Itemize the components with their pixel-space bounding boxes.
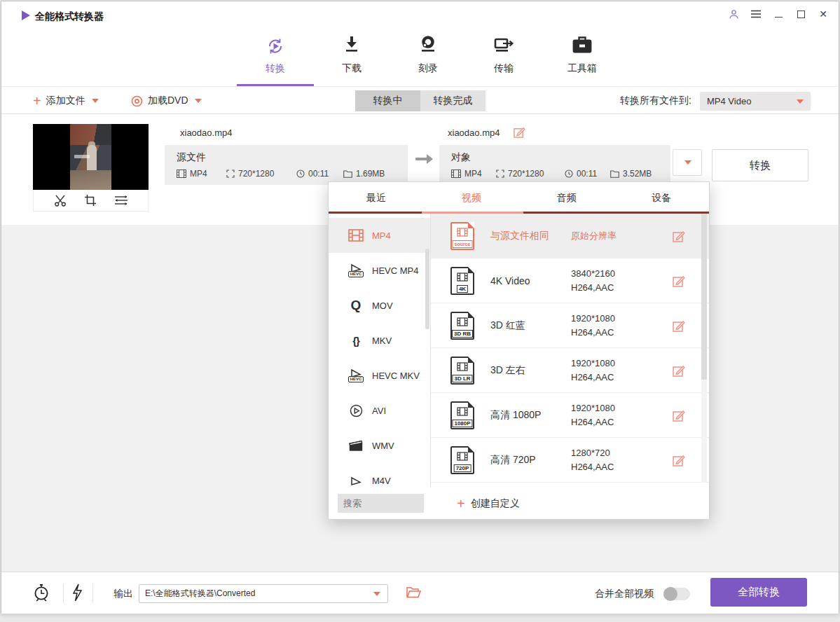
convert-icon [264,35,287,57]
convert-all-button[interactable]: 全部转换 [710,578,807,607]
tab-transfer[interactable]: 传输 [472,35,535,75]
crop-icon[interactable] [84,194,97,207]
output-path-dropdown[interactable] [139,584,388,603]
popup-tab-recent[interactable]: 最近 [329,182,424,214]
maximize-icon[interactable] [795,8,806,20]
preset-specs: 1920*1080H264,AAC [571,401,659,429]
add-file-button[interactable]: + 添加文件 [33,92,99,109]
app-logo-icon [20,10,32,21]
app-title: 全能格式转换器 [35,11,104,23]
app-window: 全能格式转换器 ✕ 转换 [1,1,839,614]
format-item-mkv[interactable]: {} MKV [329,323,430,358]
load-dvd-button[interactable]: 加载DVD [131,92,202,109]
source-file-icon: source [450,222,474,250]
format-item-wmv[interactable]: WMV [329,428,430,463]
effects-settings-icon[interactable] [113,195,129,206]
play-circle-icon [347,404,365,417]
hevc-play-icon: HEVC [347,263,365,277]
convert-button[interactable]: 转换 [712,149,808,181]
search-input[interactable] [338,494,424,513]
clapperboard-icon [347,440,365,452]
target-info-panel: 对象 MP4 720*1280 00:11 3.52MB [439,145,670,185]
main-nav: 转换 下载 刻录 传输 工具箱 [1,29,839,87]
chevron-down-icon [373,592,380,596]
preset-edit-icon[interactable] [673,275,685,287]
preset-row-3d-lr[interactable]: 3D LR 3D 左右 1920*1080H264,AAC [431,348,709,393]
convert-all-to-label: 转换所有文件到: [620,95,691,107]
tab-convert[interactable]: 转换 [244,35,307,75]
tab-download[interactable]: 下载 [320,35,383,75]
convert-all-to-value: MP4 Video [707,96,751,106]
format-item-hevc-mkv[interactable]: HEVC HEVC MKV [329,358,430,393]
open-folder-icon[interactable] [406,586,421,598]
plus-icon: + [457,497,465,511]
preset-row-720p[interactable]: 720P 高清 720P 1280*720H264,AAC [431,438,709,483]
format-item-avi[interactable]: AVI [329,393,430,428]
preset-name: 与源文件相同 [490,230,571,242]
hevc-play-icon: HEVC [347,368,365,382]
schedule-clock-icon[interactable] [32,583,50,602]
popup-tab-device[interactable]: 设备 [614,182,709,214]
preset-file-icon: 3D LR [450,357,474,385]
active-tab-underline [237,84,314,86]
preset-file-icon: 3D RB [450,312,474,340]
add-file-label: 添加文件 [46,95,85,107]
format-list-scrollbar[interactable] [425,249,429,329]
trim-scissors-icon[interactable] [53,195,67,207]
tab-toolbox-label: 工具箱 [567,62,597,75]
preset-edit-icon[interactable] [673,454,685,466]
tab-burn-label: 刻录 [418,62,438,75]
preset-row-4k[interactable]: 4K 4K Video 3840*2160H264,AAC [431,258,709,303]
tab-converting[interactable]: 转换中 [355,90,420,111]
format-item-m4v[interactable]: M4V [329,463,430,488]
play-outline-icon [347,476,365,485]
format-item-mov[interactable]: Q MOV [329,288,430,323]
merge-all-label: 合并全部视频 [595,588,654,600]
format-item-mp4[interactable]: MP4 [329,218,430,253]
preset-edit-icon[interactable] [673,319,685,332]
load-dvd-label: 加载DVD [148,95,188,107]
plus-icon: + [33,94,41,108]
matroska-icon: {} [347,335,365,347]
output-path-input[interactable] [139,589,372,599]
video-thumbnail[interactable] [33,124,149,212]
popup-tab-video[interactable]: 视频 [424,182,519,214]
preset-row-3d-rb[interactable]: 3D RB 3D 红蓝 1920*1080H264,AAC [431,303,709,348]
source-format: MP4 [177,169,226,179]
convert-all-to-dropdown[interactable]: MP4 Video [700,92,811,111]
tab-toolbox[interactable]: 工具箱 [551,35,614,75]
toolbox-icon [572,35,593,57]
toolbar: + 添加文件 加载DVD 转换中 转换完成 转换所有文件到: MP4 Video [1,87,839,114]
preset-edit-icon[interactable] [673,409,685,422]
create-custom-button[interactable]: + 创建自定义 [457,488,520,520]
folder-icon [343,170,352,178]
minimize-icon[interactable] [773,8,784,20]
tab-burn[interactable]: 刻录 [397,35,460,75]
arrow-right-icon [415,154,433,164]
account-icon[interactable] [728,8,739,20]
preset-row-1080p[interactable]: 1080P 高清 1080P 1920*1080H264,AAC [431,393,709,438]
popup-footer: + 创建自定义 [329,488,709,520]
preset-file-icon: 4K [450,267,474,295]
preset-specs: 1920*1080H264,AAC [571,312,659,340]
preset-resolution: 原始分辨率 [571,229,659,243]
popup-tab-audio[interactable]: 音频 [519,182,614,214]
source-filename: xiaodao.mp4 [180,127,232,138]
merge-all-toggle[interactable] [663,588,690,600]
close-icon[interactable]: ✕ [818,8,829,20]
preset-list-scrollbar[interactable] [701,214,707,483]
preset-row-source[interactable]: source 与源文件相同 原始分辨率 [431,214,709,258]
high-speed-icon[interactable] [71,583,83,602]
preset-file-icon: 1080P [450,401,474,429]
tab-converted[interactable]: 转换完成 [420,90,486,111]
output-label: 输出 [113,588,133,600]
menu-icon[interactable] [750,8,762,20]
target-format-dropdown-button[interactable] [673,149,702,176]
thumbnail-image [33,124,149,190]
format-item-hevc-mp4[interactable]: HEVC HEVC MP4 [329,253,430,288]
preset-edit-icon[interactable] [673,364,685,377]
preset-edit-icon[interactable] [673,230,685,242]
rename-edit-icon[interactable] [514,126,525,138]
source-info-panel: 源文件 MP4 720*1280 00:11 1.69MB [165,145,408,185]
source-duration: 00:11 [296,169,343,179]
